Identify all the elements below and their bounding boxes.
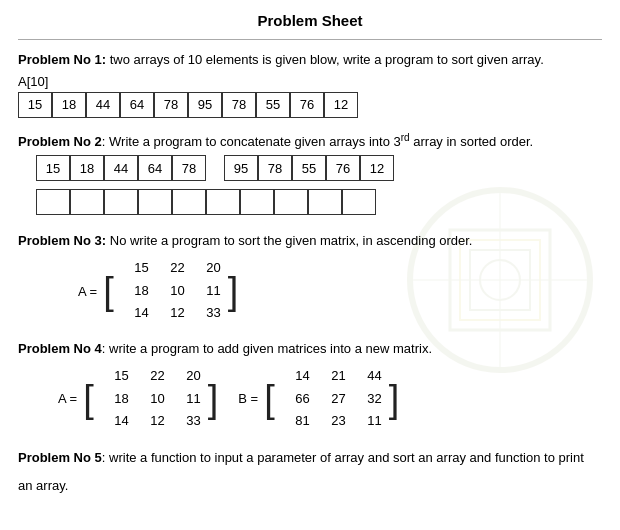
matrix-cell: 20 (170, 365, 204, 388)
problem3-bracket-right: ] (228, 272, 239, 310)
problem4-matrices: A = [ 152220181011141233 ] B = [ 1421446… (58, 363, 602, 435)
array-cell: 15 (36, 155, 70, 181)
array-cell-empty (240, 189, 274, 215)
problem2-label-text2: array in sorted order. (410, 134, 534, 149)
matrix-cell: 12 (134, 410, 168, 433)
matrix-cell: 44 (351, 365, 385, 388)
matrix-cell: 14 (98, 410, 132, 433)
matrix-cell: 11 (190, 280, 224, 303)
matrix-cell: 32 (351, 388, 385, 411)
matrix-cell: 11 (170, 388, 204, 411)
array-cell: 95 (224, 155, 258, 181)
array-cell: 95 (188, 92, 222, 118)
matrix-cell: 81 (279, 410, 313, 433)
problem3-matrix-label: A = (78, 284, 97, 299)
array-cell: 76 (326, 155, 360, 181)
matrix-cell: 21 (315, 365, 349, 388)
array-cell: 78 (172, 155, 206, 181)
matrix-cell: 18 (98, 388, 132, 411)
page-content: Problem Sheet Problem No 1: two arrays o… (18, 12, 602, 497)
matrix-cell: 27 (315, 388, 349, 411)
array-cell: 55 (292, 155, 326, 181)
array-cell-empty (342, 189, 376, 215)
array-cell: 18 (70, 155, 104, 181)
problem4-matA-label: A = (58, 391, 77, 406)
problem4-block: Problem No 4: write a program to add giv… (18, 339, 602, 435)
problem3-label-text: No write a program to sort the given mat… (106, 233, 472, 248)
matrix-cell: 15 (118, 257, 152, 280)
array-cell-empty (70, 189, 104, 215)
problem5-label-bold: Problem No 5 (18, 450, 102, 465)
problem3-bracket-left: [ (103, 272, 114, 310)
problem1-array-row: 15184464789578557612 (18, 92, 602, 118)
problem5-label: Problem No 5: write a function to input … (18, 447, 602, 469)
problem4-label: Problem No 4: write a program to add giv… (18, 339, 602, 359)
problem3-block: Problem No 3: No write a program to sort… (18, 231, 602, 327)
matrix-cell: 66 (279, 388, 313, 411)
problem1-block: Problem No 1: two arrays of 10 elements … (18, 50, 602, 118)
problem4-matB: B = [ 142144662732812311 ] (238, 363, 399, 435)
array-gap (206, 155, 224, 181)
problem4-matB-bracket-right: ] (389, 380, 400, 418)
problem3-matrix-cells: 152220181011141233 (114, 255, 228, 327)
array-cell-empty (138, 189, 172, 215)
array-cell: 64 (138, 155, 172, 181)
problem1-label-bold: Problem No 1: (18, 52, 106, 67)
matrix-cell: 10 (154, 280, 188, 303)
problem5-label-text2: an array. (18, 478, 68, 493)
problem2-label-text: : Write a program to concatenate given a… (102, 134, 401, 149)
matrix-cell: 14 (279, 365, 313, 388)
problem2-label-bold: Problem No 2 (18, 134, 102, 149)
problem4-matB-label: B = (238, 391, 258, 406)
array-cell: 44 (104, 155, 138, 181)
problem3-label: Problem No 3: No write a program to sort… (18, 231, 602, 251)
problem2-result-row (36, 189, 602, 215)
problem4-matA-bracket-left: [ (83, 380, 94, 418)
array-cell-empty (308, 189, 342, 215)
array-cell: 76 (290, 92, 324, 118)
array-cell: 15 (18, 92, 52, 118)
problem2-array-row1: 15184464789578557612 (36, 155, 602, 181)
matrix-cell: 10 (134, 388, 168, 411)
array-cell-empty (206, 189, 240, 215)
array-cell: 64 (120, 92, 154, 118)
problem4-matA-bracket-right: ] (208, 380, 219, 418)
matrix-cell: 33 (190, 302, 224, 325)
array-cell-empty (172, 189, 206, 215)
array-cell-empty (104, 189, 138, 215)
problem4-label-text: : write a program to add given matrices … (102, 341, 432, 356)
problem2-arrays: 15184464789578557612 (36, 155, 602, 219)
array-cell: 78 (258, 155, 292, 181)
array-cell: 78 (154, 92, 188, 118)
array-cell: 78 (222, 92, 256, 118)
matrix-cell: 22 (134, 365, 168, 388)
matrix-cell: 15 (98, 365, 132, 388)
array-cell: 18 (52, 92, 86, 118)
matrix-cell: 22 (154, 257, 188, 280)
matrix-cell: 23 (315, 410, 349, 433)
array-cell-empty (274, 189, 308, 215)
matrix-cell: 33 (170, 410, 204, 433)
problem5-block: Problem No 5: write a function to input … (18, 447, 602, 497)
array-cell-empty (36, 189, 70, 215)
problem2-sup: rd (401, 132, 410, 143)
problem4-matB-bracket-left: [ (264, 380, 275, 418)
problem2-label: Problem No 2: Write a program to concate… (18, 130, 602, 152)
problem5-label-text: : write a function to input a parameter … (102, 450, 584, 465)
matrix-cell: 18 (118, 280, 152, 303)
array-cell: 12 (324, 92, 358, 118)
matrix-cell: 12 (154, 302, 188, 325)
matrix-cell: 14 (118, 302, 152, 325)
array-cell: 12 (360, 155, 394, 181)
problem1-label: Problem No 1: two arrays of 10 elements … (18, 50, 602, 70)
problem4-matB-cells: 142144662732812311 (275, 363, 389, 435)
matrix-cell: 20 (190, 257, 224, 280)
problem5-line2: an array. (18, 475, 602, 497)
title-divider (18, 39, 602, 40)
matrix-cell: 11 (351, 410, 385, 433)
problem1-array-label: A[10] (18, 74, 602, 89)
problem4-matA-cells: 152220181011141233 (94, 363, 208, 435)
problem4-label-bold: Problem No 4 (18, 341, 102, 356)
problem2-block: Problem No 2: Write a program to concate… (18, 130, 602, 220)
problem3-matrix-container: A = [ 152220181011141233 ] (78, 255, 602, 327)
